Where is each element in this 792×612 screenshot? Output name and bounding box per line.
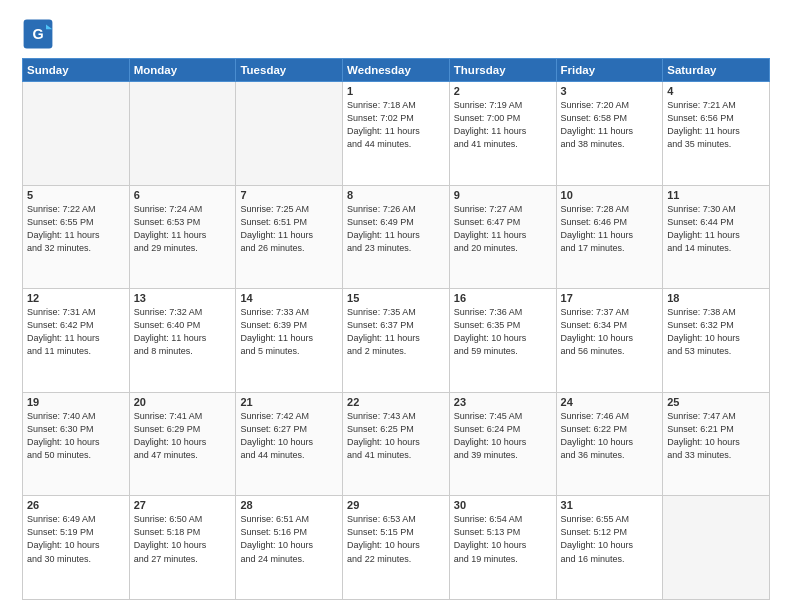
- day-info: Sunrise: 6:55 AM Sunset: 5:12 PM Dayligh…: [561, 513, 659, 565]
- calendar-cell: 21Sunrise: 7:42 AM Sunset: 6:27 PM Dayli…: [236, 392, 343, 496]
- calendar-cell: 7Sunrise: 7:25 AM Sunset: 6:51 PM Daylig…: [236, 185, 343, 289]
- day-info: Sunrise: 7:18 AM Sunset: 7:02 PM Dayligh…: [347, 99, 445, 151]
- day-number: 12: [27, 292, 125, 304]
- calendar-cell: 29Sunrise: 6:53 AM Sunset: 5:15 PM Dayli…: [343, 496, 450, 600]
- day-number: 27: [134, 499, 232, 511]
- calendar-cell: 13Sunrise: 7:32 AM Sunset: 6:40 PM Dayli…: [129, 289, 236, 393]
- calendar-cell: 17Sunrise: 7:37 AM Sunset: 6:34 PM Dayli…: [556, 289, 663, 393]
- calendar-cell: 9Sunrise: 7:27 AM Sunset: 6:47 PM Daylig…: [449, 185, 556, 289]
- calendar-row-2: 12Sunrise: 7:31 AM Sunset: 6:42 PM Dayli…: [23, 289, 770, 393]
- svg-text:G: G: [32, 26, 43, 42]
- day-number: 18: [667, 292, 765, 304]
- calendar-cell: [129, 82, 236, 186]
- day-number: 23: [454, 396, 552, 408]
- weekday-header-row: SundayMondayTuesdayWednesdayThursdayFrid…: [23, 59, 770, 82]
- calendar-cell: 10Sunrise: 7:28 AM Sunset: 6:46 PM Dayli…: [556, 185, 663, 289]
- day-info: Sunrise: 7:41 AM Sunset: 6:29 PM Dayligh…: [134, 410, 232, 462]
- day-info: Sunrise: 7:45 AM Sunset: 6:24 PM Dayligh…: [454, 410, 552, 462]
- logo: G: [22, 18, 58, 50]
- day-number: 28: [240, 499, 338, 511]
- calendar-cell: 4Sunrise: 7:21 AM Sunset: 6:56 PM Daylig…: [663, 82, 770, 186]
- day-number: 26: [27, 499, 125, 511]
- calendar-cell: 14Sunrise: 7:33 AM Sunset: 6:39 PM Dayli…: [236, 289, 343, 393]
- calendar-cell: 3Sunrise: 7:20 AM Sunset: 6:58 PM Daylig…: [556, 82, 663, 186]
- day-info: Sunrise: 7:24 AM Sunset: 6:53 PM Dayligh…: [134, 203, 232, 255]
- day-info: Sunrise: 7:30 AM Sunset: 6:44 PM Dayligh…: [667, 203, 765, 255]
- day-info: Sunrise: 6:49 AM Sunset: 5:19 PM Dayligh…: [27, 513, 125, 565]
- day-info: Sunrise: 7:20 AM Sunset: 6:58 PM Dayligh…: [561, 99, 659, 151]
- day-info: Sunrise: 7:46 AM Sunset: 6:22 PM Dayligh…: [561, 410, 659, 462]
- calendar-cell: 16Sunrise: 7:36 AM Sunset: 6:35 PM Dayli…: [449, 289, 556, 393]
- day-number: 25: [667, 396, 765, 408]
- calendar-cell: 12Sunrise: 7:31 AM Sunset: 6:42 PM Dayli…: [23, 289, 130, 393]
- day-info: Sunrise: 6:53 AM Sunset: 5:15 PM Dayligh…: [347, 513, 445, 565]
- calendar-cell: 15Sunrise: 7:35 AM Sunset: 6:37 PM Dayli…: [343, 289, 450, 393]
- day-number: 19: [27, 396, 125, 408]
- day-number: 22: [347, 396, 445, 408]
- day-number: 13: [134, 292, 232, 304]
- day-number: 30: [454, 499, 552, 511]
- day-number: 5: [27, 189, 125, 201]
- day-number: 8: [347, 189, 445, 201]
- day-number: 24: [561, 396, 659, 408]
- day-info: Sunrise: 7:47 AM Sunset: 6:21 PM Dayligh…: [667, 410, 765, 462]
- calendar-cell: 20Sunrise: 7:41 AM Sunset: 6:29 PM Dayli…: [129, 392, 236, 496]
- logo-icon: G: [22, 18, 54, 50]
- calendar-row-3: 19Sunrise: 7:40 AM Sunset: 6:30 PM Dayli…: [23, 392, 770, 496]
- day-info: Sunrise: 7:31 AM Sunset: 6:42 PM Dayligh…: [27, 306, 125, 358]
- day-number: 17: [561, 292, 659, 304]
- calendar-cell: 31Sunrise: 6:55 AM Sunset: 5:12 PM Dayli…: [556, 496, 663, 600]
- day-number: 2: [454, 85, 552, 97]
- day-info: Sunrise: 7:22 AM Sunset: 6:55 PM Dayligh…: [27, 203, 125, 255]
- calendar-cell: [663, 496, 770, 600]
- day-info: Sunrise: 7:40 AM Sunset: 6:30 PM Dayligh…: [27, 410, 125, 462]
- weekday-header-wednesday: Wednesday: [343, 59, 450, 82]
- day-info: Sunrise: 7:19 AM Sunset: 7:00 PM Dayligh…: [454, 99, 552, 151]
- day-number: 4: [667, 85, 765, 97]
- day-number: 31: [561, 499, 659, 511]
- day-info: Sunrise: 7:25 AM Sunset: 6:51 PM Dayligh…: [240, 203, 338, 255]
- calendar-cell: 2Sunrise: 7:19 AM Sunset: 7:00 PM Daylig…: [449, 82, 556, 186]
- page: G SundayMondayTuesdayWednesdayThursdayFr…: [0, 0, 792, 612]
- calendar-row-1: 5Sunrise: 7:22 AM Sunset: 6:55 PM Daylig…: [23, 185, 770, 289]
- weekday-header-tuesday: Tuesday: [236, 59, 343, 82]
- calendar-cell: 24Sunrise: 7:46 AM Sunset: 6:22 PM Dayli…: [556, 392, 663, 496]
- weekday-header-monday: Monday: [129, 59, 236, 82]
- calendar-cell: 11Sunrise: 7:30 AM Sunset: 6:44 PM Dayli…: [663, 185, 770, 289]
- day-number: 9: [454, 189, 552, 201]
- day-info: Sunrise: 7:33 AM Sunset: 6:39 PM Dayligh…: [240, 306, 338, 358]
- weekday-header-thursday: Thursday: [449, 59, 556, 82]
- day-info: Sunrise: 7:42 AM Sunset: 6:27 PM Dayligh…: [240, 410, 338, 462]
- day-number: 11: [667, 189, 765, 201]
- calendar-cell: 23Sunrise: 7:45 AM Sunset: 6:24 PM Dayli…: [449, 392, 556, 496]
- calendar-cell: 27Sunrise: 6:50 AM Sunset: 5:18 PM Dayli…: [129, 496, 236, 600]
- day-info: Sunrise: 6:50 AM Sunset: 5:18 PM Dayligh…: [134, 513, 232, 565]
- weekday-header-friday: Friday: [556, 59, 663, 82]
- calendar-cell: 1Sunrise: 7:18 AM Sunset: 7:02 PM Daylig…: [343, 82, 450, 186]
- calendar-cell: 30Sunrise: 6:54 AM Sunset: 5:13 PM Dayli…: [449, 496, 556, 600]
- day-info: Sunrise: 7:27 AM Sunset: 6:47 PM Dayligh…: [454, 203, 552, 255]
- weekday-header-saturday: Saturday: [663, 59, 770, 82]
- day-number: 10: [561, 189, 659, 201]
- day-info: Sunrise: 7:35 AM Sunset: 6:37 PM Dayligh…: [347, 306, 445, 358]
- calendar-cell: [23, 82, 130, 186]
- calendar-row-4: 26Sunrise: 6:49 AM Sunset: 5:19 PM Dayli…: [23, 496, 770, 600]
- calendar-cell: 5Sunrise: 7:22 AM Sunset: 6:55 PM Daylig…: [23, 185, 130, 289]
- calendar-cell: 25Sunrise: 7:47 AM Sunset: 6:21 PM Dayli…: [663, 392, 770, 496]
- day-info: Sunrise: 7:28 AM Sunset: 6:46 PM Dayligh…: [561, 203, 659, 255]
- day-number: 6: [134, 189, 232, 201]
- calendar-cell: 8Sunrise: 7:26 AM Sunset: 6:49 PM Daylig…: [343, 185, 450, 289]
- day-info: Sunrise: 6:54 AM Sunset: 5:13 PM Dayligh…: [454, 513, 552, 565]
- day-info: Sunrise: 7:43 AM Sunset: 6:25 PM Dayligh…: [347, 410, 445, 462]
- calendar-cell: 28Sunrise: 6:51 AM Sunset: 5:16 PM Dayli…: [236, 496, 343, 600]
- day-info: Sunrise: 7:37 AM Sunset: 6:34 PM Dayligh…: [561, 306, 659, 358]
- day-number: 14: [240, 292, 338, 304]
- day-number: 15: [347, 292, 445, 304]
- day-number: 3: [561, 85, 659, 97]
- day-number: 16: [454, 292, 552, 304]
- calendar-cell: [236, 82, 343, 186]
- day-info: Sunrise: 6:51 AM Sunset: 5:16 PM Dayligh…: [240, 513, 338, 565]
- day-info: Sunrise: 7:36 AM Sunset: 6:35 PM Dayligh…: [454, 306, 552, 358]
- day-number: 29: [347, 499, 445, 511]
- day-number: 7: [240, 189, 338, 201]
